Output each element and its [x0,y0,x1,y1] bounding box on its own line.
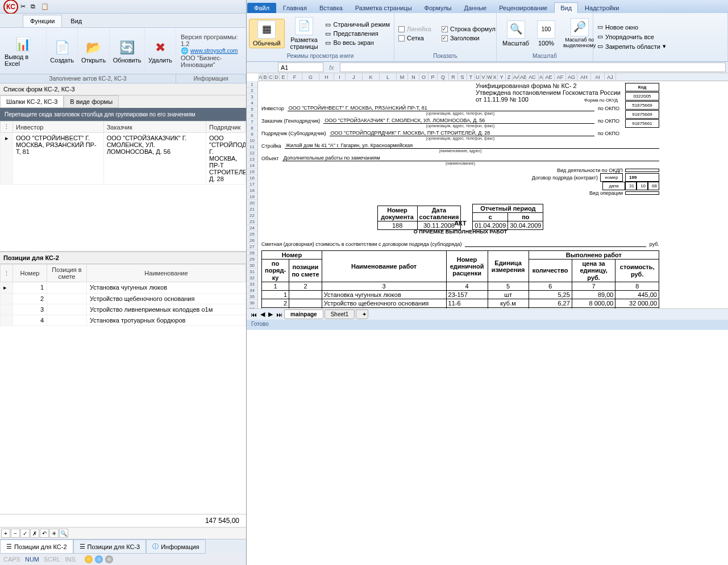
list-item[interactable]: ▸1Установка чугунных люков [1,282,246,294]
forms-grid[interactable]: ⋮ Инвестор Заказчик Подрядчик ▸ ООО "СТР… [0,121,246,252]
grid-check[interactable]: Сетка [397,34,433,42]
row-header[interactable]: 1 [247,81,257,87]
row-header[interactable]: 17 [247,181,257,187]
tab-home[interactable]: Главная [277,3,313,13]
list-item[interactable]: 3Устройство ливнеприемных колодцев o1м [1,304,246,315]
row-header[interactable]: 8 [247,125,257,131]
tool-minus-icon[interactable]: − [11,529,20,538]
new-window-button[interactable]: ▭Новое окно [596,23,668,31]
col-header[interactable]: Y [498,73,506,81]
row-header[interactable]: 27 [247,244,257,250]
website-link[interactable]: www.stroysoft.com [190,48,238,54]
row-header[interactable]: 2 [247,87,257,94]
table-row[interactable]: ▸ ООО "СТРОЙИНВЕСТ" Г. МОСКВА, РЯЗАНСКИЙ… [1,133,246,185]
bottab-ks2[interactable]: ☰Позиции для КС-2 [0,539,73,554]
sheet-mainpage[interactable]: mainpage [284,309,323,319]
col-header[interactable]: S [458,73,467,81]
col-header[interactable]: Z [506,73,513,81]
subtab-headers[interactable]: Шапки КС-2, КС-3 [0,95,64,108]
tool-find-icon[interactable]: 🔍 [59,529,68,538]
tool-undo-icon[interactable]: ↶ [40,529,49,538]
export-excel-button[interactable]: 📊 Вывод в Excel [0,28,47,74]
arrange-all-button[interactable]: ▭Упорядочить все [596,32,668,41]
bottab-ks3[interactable]: ☰Позиции для КС-3 [73,539,147,554]
row-header[interactable]: 6 [247,112,257,119]
sheet-nav-last-icon[interactable]: ⏭ [274,311,284,318]
tab-functions[interactable]: Функции [23,15,62,27]
col-header[interactable]: X [492,73,498,81]
column-headers[interactable]: ABCDEFGHIJKLMNOPQRSTUVWXYZAAABACADAEAFAG… [258,73,728,81]
col-contractor[interactable]: Подрядчик [206,122,246,133]
col-investor[interactable]: Инвестор [13,122,104,133]
zoom-100-button[interactable]: 100100% [534,19,559,48]
col-header[interactable]: U [475,73,481,81]
row-header[interactable]: 35 [247,294,257,300]
col-header[interactable]: N [408,73,419,81]
row-header[interactable]: 16 [247,175,257,181]
col-customer[interactable]: Заказчик [103,122,206,133]
col-header[interactable]: AF [555,73,566,81]
views-button[interactable]: ▭Представления [323,30,392,38]
tab-insert[interactable]: Вставка [314,3,348,13]
col-header[interactable]: R [449,73,458,81]
tab-formulas[interactable]: Формулы [419,3,457,13]
tab-view[interactable]: Вид [63,15,89,27]
tab-file[interactable]: Файл [247,3,276,13]
zoom-button[interactable]: 🔍Масштаб [499,19,533,48]
col-header[interactable]: I [334,73,346,81]
row-header[interactable]: 29 [247,256,257,262]
row-header[interactable]: 26 [247,237,257,244]
row-header[interactable]: 24 [247,225,257,231]
col-header[interactable]: H [319,73,334,81]
row-header[interactable]: 36 [247,300,257,306]
formula-bar-check[interactable]: ✓Строка формул [440,25,497,33]
col-header[interactable]: D [274,73,280,81]
row-header[interactable]: 7 [247,119,257,125]
formula-input[interactable] [340,62,726,72]
col-header[interactable]: AC [526,73,539,81]
bottab-info[interactable]: ⓘИнформация [146,539,205,554]
worksheet[interactable]: ABCDEFGHIJKLMNOPQRSTUVWXYZAAABACADAEAFAG… [247,73,728,308]
tab-view[interactable]: Вид [554,2,578,13]
qa-copy-icon[interactable]: ⧉ [31,3,39,11]
row-header[interactable]: 25 [247,231,257,237]
tab-review[interactable]: Рецензирование [493,3,553,13]
col-header[interactable]: F [288,73,302,81]
col-header[interactable]: AJ [605,73,616,81]
col-header[interactable]: C [268,73,274,81]
col-header[interactable]: W [486,73,492,81]
subtab-formview[interactable]: В виде формы [64,95,119,108]
row-headers[interactable]: 1234567891011121314151617181920212223242… [247,81,258,308]
poscol-estimate[interactable]: Позиция в смете [47,265,87,282]
col-header[interactable]: AA [513,73,519,81]
row-header[interactable]: 31 [247,269,257,275]
pagebreak-mode[interactable]: ▭Страничный режим [323,20,392,29]
delete-button[interactable]: ✖ Удалить [145,28,176,74]
col-header[interactable]: Q [438,73,449,81]
tool-check-icon[interactable]: ✓ [20,529,30,538]
freeze-panes-button[interactable]: ▭Закрепить области▾ [596,42,668,51]
row-header[interactable]: 11 [247,144,257,150]
sheet-nav-prev-icon[interactable]: ◀ [259,311,267,318]
row-header[interactable]: 21 [247,206,257,212]
row-header[interactable]: 12 [247,150,257,156]
poscol-name[interactable]: Наименование [87,265,246,282]
col-header[interactable]: AB [519,73,526,81]
row-header[interactable]: 18 [247,187,257,194]
tab-data[interactable]: Данные [458,3,492,13]
row-header[interactable]: 37 [247,306,257,308]
col-header[interactable]: AG [566,73,577,81]
col-header[interactable]: AI [591,73,605,81]
qa-cut-icon[interactable]: ✂ [20,3,28,11]
row-header[interactable]: 22 [247,212,257,219]
refresh-button[interactable]: 🔄 Обновить [110,28,145,74]
col-header[interactable]: P [429,73,438,81]
sheet-nav-first-icon[interactable]: ⏮ [249,311,259,318]
headers-check[interactable]: ✓Заголовки [440,34,497,42]
qa-paste-icon[interactable]: 📋 [41,3,49,11]
row-header[interactable]: 4 [247,100,257,106]
list-item[interactable]: 4Установка тротуарных бордюров [1,315,246,326]
row-header[interactable]: 32 [247,275,257,281]
col-header[interactable]: O [419,73,429,81]
col-header[interactable]: T [467,73,475,81]
